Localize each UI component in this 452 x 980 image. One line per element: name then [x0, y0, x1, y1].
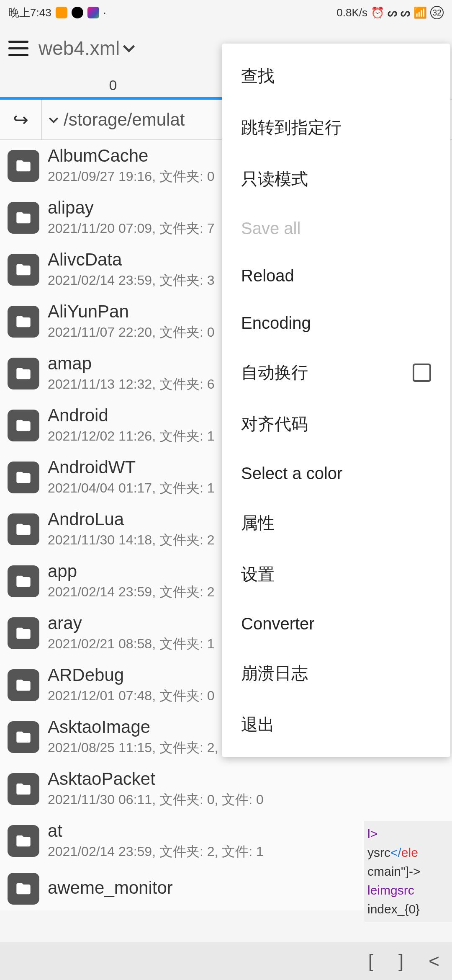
menu-item[interactable]: 对齐代码: [222, 398, 450, 450]
folder-icon: [8, 150, 39, 182]
menu-item: Save all: [222, 205, 450, 252]
menu-item-label: Converter: [241, 614, 315, 633]
menu-item-label: 自动换行: [241, 361, 308, 384]
folder-icon: [8, 306, 39, 338]
tab-0[interactable]: 0: [0, 71, 226, 99]
menu-item-label: 对齐代码: [241, 413, 308, 436]
file-title-dropdown[interactable]: web4.xml: [39, 37, 133, 59]
menu-item-label: 退出: [241, 713, 275, 736]
lt-button[interactable]: <: [429, 951, 439, 972]
folder-icon: [8, 254, 39, 286]
menu-item[interactable]: 查找: [222, 50, 450, 102]
menu-item[interactable]: 跳转到指定行: [222, 102, 450, 153]
chevron-down-icon: [49, 113, 59, 123]
battery-badge: 32: [430, 6, 444, 19]
menu-item[interactable]: 属性: [222, 497, 450, 549]
menu-item[interactable]: Select a color: [222, 450, 450, 497]
path-text: /storage/emulat: [64, 110, 185, 130]
menu-item-label: 跳转到指定行: [241, 116, 342, 139]
status-left: 晚上7:43 ·: [8, 5, 106, 20]
menu-item-label: Encoding: [241, 314, 311, 333]
file-meta: 2021/11/30 06:11, 文件夹: 0, 文件: 0: [48, 791, 444, 809]
net-speed: 0.8K/s: [336, 6, 367, 19]
menu-item-label: Reload: [241, 266, 294, 285]
menu-item[interactable]: 自动换行: [222, 347, 450, 398]
menu-item-label: 属性: [241, 511, 275, 534]
menu-item-label: Select a color: [241, 464, 342, 483]
app-icon-1: [56, 7, 67, 18]
menu-item-label: 查找: [241, 64, 275, 88]
traffic-icon-1: ᔕ: [388, 6, 397, 19]
folder-icon: [8, 513, 39, 545]
path-back-button[interactable]: ↩: [0, 100, 42, 139]
bracket-open-button[interactable]: [: [368, 951, 373, 972]
alarm-icon: ⏰: [371, 6, 384, 19]
status-right: 0.8K/s ⏰ ᔕ ᔕ 📶 32: [336, 6, 444, 19]
menu-item[interactable]: 设置: [222, 549, 450, 600]
code-panel: l> ysrc</ele cmain"]-> leimgsrc index_{0…: [364, 821, 452, 922]
folder-icon: [8, 825, 39, 857]
hamburger-icon[interactable]: [8, 38, 28, 58]
menu-item[interactable]: 退出: [222, 699, 450, 750]
file-name: AsktaoPacket: [48, 769, 444, 789]
menu-item[interactable]: Converter: [222, 600, 450, 647]
status-dot: ·: [103, 6, 106, 19]
folder-icon: [8, 410, 39, 441]
menu-item-label: 崩溃日志: [241, 662, 308, 685]
folder-icon: [8, 462, 39, 493]
folder-icon: [8, 773, 39, 805]
status-time: 晚上7:43: [8, 5, 51, 20]
cast-icon: 📶: [413, 6, 427, 19]
bottom-toolbar: [ ] <: [0, 942, 452, 980]
app-icon-3: [87, 7, 99, 18]
menu-item-label: Save all: [241, 219, 300, 238]
folder-icon: [8, 873, 39, 905]
folder-icon: [8, 669, 39, 701]
overflow-menu: 查找跳转到指定行只读模式Save allReloadEncoding自动换行对齐…: [222, 44, 450, 757]
menu-item-label: 只读模式: [241, 168, 308, 191]
menu-item[interactable]: Reload: [222, 252, 450, 299]
file-info: AsktaoPacket2021/11/30 06:11, 文件夹: 0, 文件…: [48, 769, 444, 809]
file-title: web4.xml: [39, 37, 120, 59]
menu-item[interactable]: 崩溃日志: [222, 647, 450, 699]
app-icon-2: [72, 7, 83, 18]
menu-item[interactable]: 只读模式: [222, 153, 450, 205]
folder-icon: [8, 202, 39, 234]
folder-icon: [8, 565, 39, 597]
menu-item-label: 设置: [241, 563, 275, 586]
menu-item[interactable]: Encoding: [222, 299, 450, 347]
status-bar: 晚上7:43 · 0.8K/s ⏰ ᔕ ᔕ 📶 32: [0, 0, 452, 25]
folder-icon: [8, 721, 39, 753]
file-item[interactable]: AsktaoPacket2021/11/30 06:11, 文件夹: 0, 文件…: [0, 763, 452, 815]
checkbox-icon[interactable]: [413, 364, 431, 382]
reply-arrow-icon: ↩: [13, 109, 28, 130]
chevron-down-icon: [123, 41, 135, 52]
traffic-icon-2: ᔕ: [401, 6, 410, 19]
bracket-close-button[interactable]: ]: [398, 951, 403, 972]
folder-icon: [8, 358, 39, 389]
folder-icon: [8, 617, 39, 649]
